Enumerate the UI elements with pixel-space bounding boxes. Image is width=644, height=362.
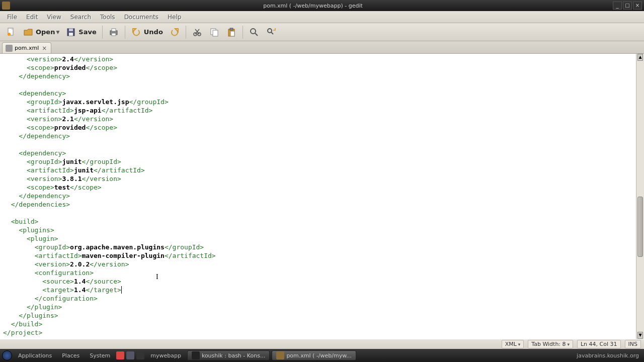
- editor-line[interactable]: <version>2.4</version>: [3, 55, 633, 63]
- taskbar-mywebapp[interactable]: mywebapp: [146, 351, 185, 360]
- taskbar-system[interactable]: System: [86, 351, 114, 360]
- tab-width-selector[interactable]: Tab Width: 8: [528, 340, 573, 348]
- undo-label: Undo: [144, 28, 163, 36]
- svg-rect-11: [213, 30, 218, 36]
- cut-button[interactable]: [189, 25, 205, 40]
- editor-line[interactable]: <build>: [3, 217, 633, 226]
- toolbar-separator: [186, 26, 186, 39]
- editor-line[interactable]: </dependencies>: [3, 200, 633, 209]
- menu-edit[interactable]: Edit: [22, 12, 42, 22]
- editor-line[interactable]: [3, 140, 633, 149]
- svg-rect-6: [112, 29, 116, 31]
- svg-rect-14: [230, 31, 234, 36]
- taskbar-item-konsole[interactable]: koushik : bash - Kons...: [187, 350, 270, 360]
- file-icon: [6, 45, 13, 52]
- minimize-button[interactable]: _: [613, 2, 622, 10]
- find-button[interactable]: [246, 25, 262, 40]
- taskbar-places[interactable]: Places: [58, 351, 84, 360]
- statusbar: XML Tab Width: 8 Ln 44, Col 31 INS: [0, 339, 644, 349]
- svg-rect-13: [230, 28, 233, 30]
- scroll-up-arrow[interactable]: ▲: [637, 54, 643, 61]
- language-selector[interactable]: XML: [502, 340, 524, 348]
- editor-line[interactable]: <version>3.8.1</version>: [3, 174, 633, 183]
- paste-button[interactable]: [223, 25, 239, 40]
- open-label: Open: [36, 28, 55, 36]
- editor-line[interactable]: <groupId>javax.servlet.jsp</groupId>: [3, 98, 633, 106]
- editor-line[interactable]: </plugins>: [3, 311, 633, 320]
- editor-line[interactable]: </project>: [3, 328, 633, 337]
- new-button[interactable]: [3, 25, 19, 40]
- editor-area: <version>2.4</version> <scope>provided</…: [0, 53, 644, 339]
- find-replace-button[interactable]: [263, 25, 279, 40]
- editor-line[interactable]: </build>: [3, 320, 633, 328]
- editor-line[interactable]: [3, 80, 633, 89]
- konsole-icon: [192, 351, 200, 359]
- editor-line[interactable]: </dependency>: [3, 192, 633, 200]
- firefox-icon[interactable]: [116, 351, 124, 359]
- close-button[interactable]: ×: [633, 2, 642, 10]
- editor-line[interactable]: <plugins>: [3, 226, 633, 234]
- editor-line[interactable]: <groupId>org.apache.maven.plugins</group…: [3, 243, 633, 251]
- terminal-icon[interactable]: [136, 351, 144, 359]
- insert-mode[interactable]: INS: [625, 340, 641, 348]
- editor-line[interactable]: <target>1.4</target>: [3, 286, 633, 294]
- svg-rect-7: [112, 33, 116, 36]
- menu-help[interactable]: Help: [164, 12, 185, 22]
- editor-line[interactable]: [3, 209, 633, 217]
- taskbar-applications[interactable]: Applications: [14, 351, 56, 360]
- save-button[interactable]: Save: [63, 25, 99, 40]
- tab-pom-xml[interactable]: pom.xml ×: [2, 42, 51, 53]
- editor-line[interactable]: </dependency>: [3, 72, 633, 80]
- editor-line[interactable]: <scope>provided</scope>: [3, 63, 633, 72]
- svg-point-16: [268, 29, 272, 33]
- vertical-scrollbar[interactable]: ▲ ▼: [636, 54, 644, 339]
- cursor-position: Ln 44, Col 31: [577, 340, 621, 348]
- editor-line[interactable]: <artifactId>jsp-api</artifactId>: [3, 106, 633, 115]
- menu-documents[interactable]: Documents: [120, 12, 163, 22]
- redo-icon: [169, 27, 180, 38]
- editor-line[interactable]: <version>2.1</version>: [3, 115, 633, 123]
- editor-line[interactable]: <configuration>: [3, 268, 633, 277]
- find-replace-icon: [266, 27, 277, 38]
- editor-line[interactable]: <dependency>: [3, 89, 633, 98]
- copy-button[interactable]: [206, 25, 222, 40]
- undo-button[interactable]: Undo: [128, 25, 166, 40]
- open-button[interactable]: Open ▼: [20, 25, 62, 40]
- tab-close-icon[interactable]: ×: [41, 45, 48, 52]
- menubar: File Edit View Search Tools Documents He…: [0, 11, 644, 23]
- file-manager-icon[interactable]: [126, 351, 134, 359]
- taskbar-item-label: koushik : bash - Kons...: [202, 352, 265, 359]
- app-icon: [2, 2, 10, 10]
- start-menu-button[interactable]: [2, 350, 12, 360]
- menu-file[interactable]: File: [3, 12, 21, 22]
- maximize-button[interactable]: □: [623, 2, 632, 10]
- toolbar-separator: [125, 26, 125, 39]
- menu-view[interactable]: View: [43, 12, 65, 22]
- editor-line[interactable]: <source>1.4</source>: [3, 277, 633, 286]
- editor-line[interactable]: <plugin>: [3, 234, 633, 243]
- editor-line[interactable]: </configuration>: [3, 294, 633, 303]
- editor-line[interactable]: <scope>test</scope>: [3, 183, 633, 192]
- svg-point-15: [251, 29, 256, 34]
- menu-tools[interactable]: Tools: [96, 12, 119, 22]
- editor-line[interactable]: </dependency>: [3, 132, 633, 140]
- editor-line[interactable]: <artifactId>maven-compiler-plugin</artif…: [3, 251, 633, 260]
- print-button[interactable]: [106, 25, 122, 40]
- editor-line[interactable]: <dependency>: [3, 149, 633, 157]
- menu-search[interactable]: Search: [66, 12, 95, 22]
- new-file-icon: [6, 27, 17, 38]
- text-editor[interactable]: <version>2.4</version> <scope>provided</…: [0, 54, 636, 339]
- copy-icon: [209, 27, 220, 38]
- editor-line[interactable]: <groupId>junit</groupId>: [3, 157, 633, 166]
- editor-line[interactable]: <scope>provided</scope>: [3, 123, 633, 132]
- redo-button[interactable]: [167, 25, 183, 40]
- svg-rect-3: [69, 29, 73, 31]
- editor-line[interactable]: <version>2.0.2</version>: [3, 260, 633, 268]
- taskbar-item-gedit[interactable]: pom.xml ( -/web/myw...: [272, 350, 356, 360]
- editor-line[interactable]: </plugin>: [3, 303, 633, 311]
- scrollbar-thumb[interactable]: [637, 197, 643, 257]
- svg-rect-4: [69, 33, 73, 36]
- editor-line[interactable]: <artifactId>junit</artifactId>: [3, 166, 633, 174]
- scroll-down-arrow[interactable]: ▼: [637, 332, 643, 339]
- svg-point-1: [8, 33, 11, 36]
